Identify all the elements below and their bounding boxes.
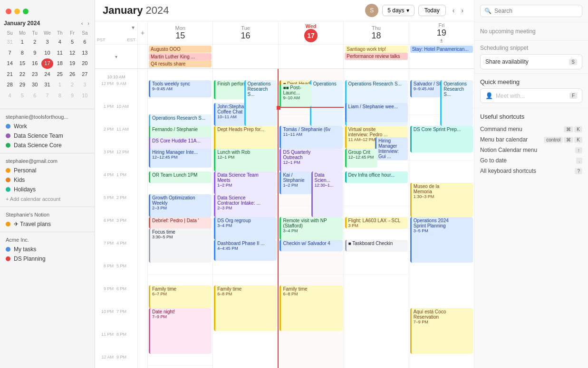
calendar-data-science-team[interactable]: Data Science Team (0, 131, 95, 141)
mini-cal-day[interactable]: 1 (16, 37, 28, 47)
event-ds-team-meets[interactable]: Data Science Team Meets 1–2 PM (214, 171, 277, 194)
event-date-night[interactable]: Date night! 7–9 PM (149, 308, 212, 354)
event-dashboard-phase[interactable]: Dashboard Phase II ... 4–4:45 PM (214, 240, 277, 261)
mini-cal-day[interactable]: 19 (66, 58, 78, 69)
mini-cal-day[interactable]: 11 (54, 48, 66, 58)
mini-cal-day[interactable]: 21 (4, 69, 16, 80)
mini-cal-day[interactable]: 31 (4, 37, 16, 47)
mini-cal-day[interactable]: 5 (66, 37, 78, 47)
meet-with-input[interactable]: 👤 Meet with... F (480, 88, 582, 103)
mini-cal-day[interactable]: 5 (16, 91, 28, 101)
allday-collapse[interactable]: ▾ (115, 54, 117, 59)
allday-event[interactable]: Santiago work trip! (345, 46, 407, 53)
mini-cal-day[interactable]: 27 (79, 69, 91, 80)
view-selector[interactable]: 5 days ▾ (382, 5, 414, 16)
event-aqui-coco[interactable]: Aquí está Coco Reservation 7–9 PM (410, 308, 473, 354)
calendar-ds-planning[interactable]: DS Planning (0, 254, 95, 264)
event-group-crit[interactable]: Group Crit 12–12:45 PM (345, 149, 378, 168)
add-event-button[interactable]: + (138, 21, 147, 44)
event-ds-quarterly[interactable]: DS Quarterly Outreach 12–1 PM (280, 149, 342, 171)
event-dev-infra[interactable]: Dev Infra office hour... (345, 171, 408, 183)
add-calendar-account[interactable]: + Add calendar account (0, 194, 95, 204)
mini-cal-day[interactable]: 8 (54, 91, 66, 101)
mini-cal-day[interactable]: 8 (16, 48, 28, 58)
mini-cal-day[interactable]: 3 (41, 37, 53, 47)
mini-cal-day[interactable]: 10 (41, 48, 53, 58)
allday-event[interactable]: Q4 results share (149, 60, 212, 67)
day-header-wed[interactable]: Wed 17 (278, 21, 343, 44)
event-ops-research-tue[interactable]: Operations Research S... (244, 80, 277, 126)
event-post-launch[interactable]: ■■ Post- Launc... 9–10 AM (280, 84, 311, 107)
day-header-fri[interactable]: Fri 19 ± (409, 21, 474, 44)
prev-arrow[interactable]: ‹ (450, 6, 458, 15)
event-ds-org-regroup[interactable]: DS Org regroup 3–4 PM (214, 217, 277, 240)
calendar-personal[interactable]: Personal (0, 166, 95, 175)
next-arrow[interactable]: › (458, 6, 466, 15)
calendar-data-science-core[interactable]: Data Science Core (0, 141, 95, 150)
event-checkin-salvador[interactable]: Checkin w/ Salvador 4 (280, 240, 342, 251)
shortcut-all-keyboard[interactable]: All keyboard shortcuts ? (480, 166, 582, 176)
search-bar[interactable]: 🔍 (480, 5, 582, 17)
minimize-button[interactable] (14, 9, 20, 14)
mini-cal-day[interactable]: 7 (41, 91, 53, 101)
day-header-mon[interactable]: Mon 15 (147, 21, 212, 44)
event-data-scien[interactable]: Data Scien... 12:30–1... (311, 171, 343, 217)
mini-cal-day[interactable]: 2 (66, 80, 78, 90)
mini-cal-day[interactable]: 18 (54, 58, 66, 69)
mini-cal-day[interactable]: 9 (29, 48, 41, 58)
collapse-button[interactable]: ▾ (132, 24, 135, 31)
event-taskboard[interactable]: ■ Taskboard Checkin (345, 240, 408, 251)
event-tomas-stephanie[interactable]: Tomás / Stephanie (6v 11–11 AM (280, 126, 342, 149)
event-hiring-manager-thu[interactable]: Hiring Manager Interview: Gui ... 11:30 … (375, 137, 408, 160)
calendar-holidays[interactable]: Holidays (0, 185, 95, 194)
mini-cal-prev[interactable]: ‹ (80, 20, 85, 27)
mini-cal-day[interactable]: 12 (66, 48, 78, 58)
event-lunch-rob[interactable]: Lunch with Rob 12–1 PM (214, 149, 277, 171)
mini-cal-day[interactable]: 28 (4, 80, 16, 90)
event-focus-time[interactable]: Focus time 3:30–5 PM (149, 228, 212, 263)
mini-cal-day[interactable]: 4 (54, 37, 66, 47)
event-hiring-manager-mon[interactable]: Hiring Manager Inte... 12–12:45 PM (149, 149, 212, 168)
event-debrief-pedro[interactable]: Debrief: Pedro | Data ' (149, 217, 212, 228)
mini-cal-day[interactable]: 4 (4, 91, 16, 101)
mini-cal-day[interactable]: 23 (29, 69, 41, 80)
mini-cal-day[interactable]: 10 (79, 91, 91, 101)
mini-cal-day[interactable]: 6 (29, 91, 41, 101)
today-button[interactable]: Today (418, 5, 446, 16)
mini-cal-day[interactable]: 9 (66, 91, 78, 101)
allday-event[interactable]: Stay: Hotel Panamerican... (410, 46, 473, 53)
mini-cal-day[interactable]: 2 (29, 37, 41, 47)
mini-cal-day[interactable]: 16 (29, 58, 41, 69)
event-growth-opt[interactable]: Growth Optimization Weekly 2–3 PM (149, 194, 212, 217)
calendar-travel-plans[interactable]: ✈ Travel plans (0, 219, 95, 229)
calendar-kids[interactable]: Kids (0, 175, 95, 185)
event-liam-stephanie[interactable]: Liam / Stephanie wee... (345, 103, 408, 122)
event-remote-visit[interactable]: Remote visit with NP (Stafford) 3–4 PM (280, 217, 342, 240)
mini-cal-day[interactable]: 29 (16, 80, 28, 90)
mini-cal-day[interactable]: 24 (41, 69, 53, 80)
mini-cal-day[interactable]: 31 (41, 80, 53, 90)
search-input[interactable] (494, 8, 578, 14)
event-ops-research-wed[interactable]: Operations (310, 80, 343, 126)
mini-cal-day[interactable]: 15 (16, 58, 28, 69)
calendar-scroll-area[interactable]: 10:10 AM 12 PM 9 AM 1 PM 10 AM 2 PM 11 A… (95, 69, 474, 368)
mini-cal-day[interactable]: 30 (29, 80, 41, 90)
mini-cal-day[interactable]: 22 (16, 69, 28, 80)
mini-cal-day[interactable]: 20 (79, 58, 91, 69)
event-ops-2024-sprint[interactable]: Operations 2024 Sprint Planning 3–5 PM (410, 217, 473, 263)
event-ops-research-fri[interactable]: Operations Research S... (440, 80, 473, 126)
day-header-tue[interactable]: Tue 16 (212, 21, 278, 44)
user-avatar[interactable]: S (365, 4, 378, 17)
mini-cal-day[interactable]: 25 (54, 69, 66, 80)
mini-cal-day[interactable]: 1 (54, 80, 66, 90)
event-family-time-wed[interactable]: Family time 6–8 PM (280, 285, 342, 331)
fullscreen-button[interactable] (23, 9, 29, 14)
mini-cal-day[interactable]: 3 (79, 80, 91, 90)
mini-cal-day[interactable]: 26 (66, 69, 78, 80)
event-family-time-mon[interactable]: Family time 6–7 PM (149, 285, 212, 308)
allday-event[interactable]: Performance review talks (345, 53, 407, 60)
mini-cal-day[interactable]: 6 (79, 37, 91, 47)
allday-event[interactable]: Augusto OOO (149, 46, 212, 53)
mini-cal-day[interactable]: 13 (79, 48, 91, 58)
event-museo[interactable]: Museo de la Memoria 1:30–3 PM (410, 183, 473, 217)
